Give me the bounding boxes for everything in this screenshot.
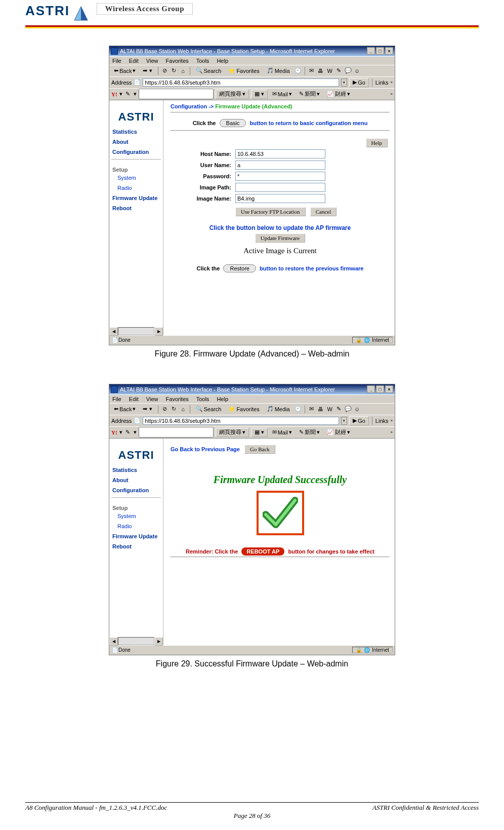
word-icon[interactable]: W xyxy=(326,67,333,74)
scroll-right-button[interactable]: ▶ xyxy=(154,637,163,646)
nav-radio[interactable]: Radio xyxy=(111,521,161,531)
print-icon[interactable]: 🖶 xyxy=(317,67,324,74)
close-button[interactable]: × xyxy=(385,385,393,393)
nav-system[interactable]: System xyxy=(111,511,161,521)
pencil-icon[interactable]: ✎ xyxy=(124,91,132,98)
edit-icon[interactable]: ✎ xyxy=(335,67,343,74)
yahoo-mail-button[interactable]: ✉ Mail ▾ xyxy=(270,428,295,437)
address-dropdown[interactable]: ▾ xyxy=(341,417,347,425)
yahoo-news-button[interactable]: ✎ 新聞 ▾ xyxy=(297,90,322,99)
help-button[interactable]: Help xyxy=(366,138,388,147)
menu-file[interactable]: File xyxy=(112,58,121,64)
cancel-button[interactable]: Cancel xyxy=(310,207,337,216)
scroll-left-button[interactable]: ◀ xyxy=(109,637,118,646)
history-icon[interactable]: 🕘 xyxy=(295,406,302,413)
favorites-button[interactable]: ⭐ Favorites xyxy=(226,405,262,414)
back-button[interactable]: ⬅ Back ▾ xyxy=(111,66,138,75)
nav-radio[interactable]: Radio xyxy=(111,183,161,193)
imagename-input[interactable] xyxy=(235,194,325,203)
forward-button[interactable]: ➡ ▾ xyxy=(140,405,154,414)
back-button[interactable]: ⬅ Back ▾ xyxy=(111,405,138,414)
basic-button[interactable]: Basic xyxy=(220,119,246,127)
search-button[interactable]: 🔍 Search xyxy=(193,66,224,75)
nav-system[interactable]: System xyxy=(111,173,161,183)
nav-firmware-update[interactable]: Firmware Update xyxy=(111,531,161,541)
yahoo-mail-button[interactable]: ✉ Mail ▾ xyxy=(270,90,295,99)
yahoo-news-button[interactable]: ✎ 新聞 ▾ xyxy=(297,428,322,437)
reboot-ap-button[interactable]: REBOOT AP xyxy=(241,547,284,556)
goback-button[interactable]: Go Back xyxy=(244,445,275,454)
nav-configuration[interactable]: Configuration xyxy=(111,485,161,495)
menu-view[interactable]: View xyxy=(146,58,158,64)
password-input[interactable] xyxy=(235,172,325,181)
websearch-button[interactable]: 網頁搜尋 ▾ xyxy=(216,428,249,437)
address-dropdown[interactable]: ▾ xyxy=(341,78,347,87)
menu-help[interactable]: Help xyxy=(217,396,228,402)
smiley-icon[interactable]: ☺ xyxy=(354,67,361,74)
menu-tools[interactable]: Tools xyxy=(196,58,209,64)
menu-edit[interactable]: Edit xyxy=(129,58,139,64)
yahoo-finance-button[interactable]: 📈 財經 ▾ xyxy=(324,90,353,99)
yahoo-brand[interactable]: Y! xyxy=(111,429,117,436)
pencil-icon[interactable]: ✎ xyxy=(124,429,132,436)
maximize-button[interactable]: □ xyxy=(376,385,384,393)
media-button[interactable]: 🎵 Media xyxy=(264,405,292,414)
yahoo-finance-button[interactable]: 📈 財經 ▾ xyxy=(324,428,353,437)
discuss-icon[interactable]: 💬 xyxy=(345,406,352,413)
mail-icon[interactable]: ✉ xyxy=(308,67,315,74)
nav-statistics[interactable]: Statistics xyxy=(111,465,161,475)
menu-file[interactable]: File xyxy=(112,396,121,402)
menu-edit[interactable]: Edit xyxy=(129,396,139,402)
go-button[interactable]: ▶ Go xyxy=(349,416,369,425)
close-button[interactable]: × xyxy=(385,47,393,55)
yahoo-search-input[interactable] xyxy=(139,89,214,99)
favorites-button[interactable]: ⭐ Favorites xyxy=(226,66,262,75)
forward-button[interactable]: ➡ ▾ xyxy=(140,66,154,75)
smiley-icon[interactable]: ☺ xyxy=(354,406,361,413)
search-button[interactable]: 🔍 Search xyxy=(193,405,224,414)
mail-icon[interactable]: ✉ xyxy=(308,406,315,413)
stop-icon[interactable]: ⊘ xyxy=(161,406,169,413)
refresh-icon[interactable]: ↻ xyxy=(171,67,178,74)
menu-favorites[interactable]: Favorites xyxy=(166,58,189,64)
host-input[interactable] xyxy=(235,149,325,159)
nav-firmware-update[interactable]: Firmware Update xyxy=(111,193,161,203)
print-icon[interactable]: 🖶 xyxy=(317,406,324,413)
home-icon[interactable]: ⌂ xyxy=(180,67,187,74)
user-input[interactable] xyxy=(235,161,325,170)
imagepath-input[interactable] xyxy=(235,183,325,192)
nav-about[interactable]: About xyxy=(111,137,161,147)
refresh-icon[interactable]: ↻ xyxy=(171,406,178,413)
menu-tools[interactable]: Tools xyxy=(196,396,209,402)
nav-about[interactable]: About xyxy=(111,475,161,485)
minimize-button[interactable]: _ xyxy=(367,47,375,55)
yahoo-search-input[interactable] xyxy=(139,427,214,438)
scroll-right-button[interactable]: ▶ xyxy=(154,327,163,336)
restore-button[interactable]: Restore xyxy=(223,264,256,272)
go-button[interactable]: ▶ Go xyxy=(349,78,369,87)
yahoo-app-button[interactable]: ▦ ▾ xyxy=(251,428,268,437)
discuss-icon[interactable]: 💬 xyxy=(345,67,352,74)
address-input[interactable] xyxy=(143,78,339,87)
nav-statistics[interactable]: Statistics xyxy=(111,127,161,137)
update-firmware-button[interactable]: Update Firmware xyxy=(255,233,305,243)
links-label[interactable]: Links xyxy=(375,80,389,86)
nav-configuration[interactable]: Configuration xyxy=(111,147,161,157)
menu-help[interactable]: Help xyxy=(217,58,228,64)
media-button[interactable]: 🎵 Media xyxy=(264,66,292,75)
nav-reboot[interactable]: Reboot xyxy=(111,541,161,551)
home-icon[interactable]: ⌂ xyxy=(180,406,187,413)
minimize-button[interactable]: _ xyxy=(367,385,375,393)
yahoo-brand[interactable]: Y! xyxy=(111,91,117,97)
use-factory-button[interactable]: Use Factory FTP Location xyxy=(235,207,306,216)
scroll-left-button[interactable]: ◀ xyxy=(109,327,118,336)
history-icon[interactable]: 🕘 xyxy=(295,67,302,74)
word-icon[interactable]: W xyxy=(326,406,333,413)
websearch-button[interactable]: 網頁搜尋 ▾ xyxy=(216,90,249,99)
edit-icon[interactable]: ✎ xyxy=(335,406,343,413)
yahoo-app-button[interactable]: ▦ ▾ xyxy=(251,90,268,99)
menu-favorites[interactable]: Favorites xyxy=(166,396,189,402)
menu-view[interactable]: View xyxy=(146,396,158,402)
maximize-button[interactable]: □ xyxy=(376,47,384,55)
stop-icon[interactable]: ⊘ xyxy=(161,67,169,74)
